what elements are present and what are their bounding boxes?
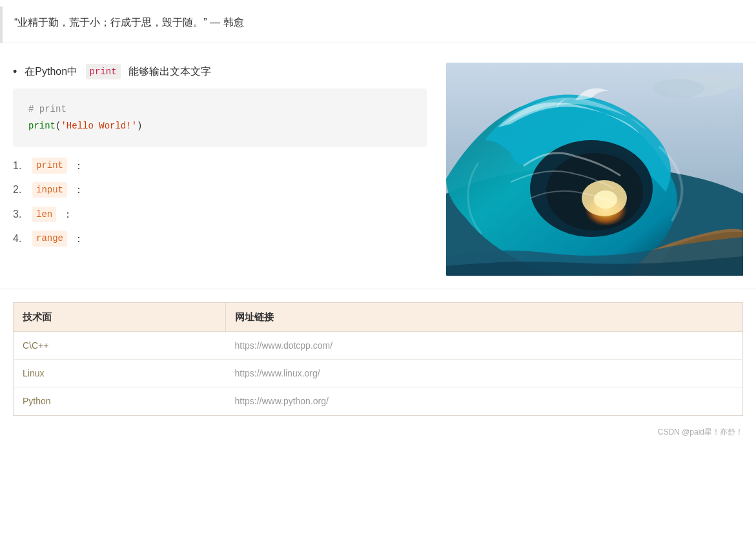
list-colon-1: ： xyxy=(74,158,84,174)
wave-svg xyxy=(446,63,743,276)
list-num-1: 1. xyxy=(13,158,26,174)
page-wrapper: “业精于勤，荒于小；行成于思，毁于随。” — 韩愈 • 在Python中 pri… xyxy=(0,6,756,445)
list-num-2: 2. xyxy=(13,181,26,198)
table-cell-tech-1: C\C++ xyxy=(14,331,226,359)
list-code-range: range xyxy=(32,231,67,246)
code-paren-close: ) xyxy=(137,121,142,131)
table-cell-url-3: https://www.python.org/ xyxy=(225,387,742,415)
numbered-list: 1. print ： 2. input ： 3. len ： 4. range xyxy=(13,158,427,247)
list-item: 2. input ： xyxy=(13,181,427,198)
code-comment: # print xyxy=(28,104,66,114)
table-header-tech: 技术面 xyxy=(14,302,226,331)
list-item: 1. print ： xyxy=(13,158,427,174)
list-colon-4: ： xyxy=(74,231,84,247)
tech-table: 技术面 网址链接 C\C++ https://www.dotcpp.com/ L… xyxy=(13,302,743,416)
bullet-text-post: 能够输出文本文字 xyxy=(126,63,211,80)
table-header-url: 网址链接 xyxy=(225,302,742,331)
watermark-text: CSDN @paid星！亦舒！ xyxy=(658,427,743,437)
wave-image xyxy=(446,63,743,276)
print-inline-badge: print xyxy=(86,64,121,79)
code-string: 'Hello World!' xyxy=(61,121,137,131)
table-cell-url-2: https://www.linux.org/ xyxy=(225,359,742,387)
list-code-print: print xyxy=(32,158,67,173)
list-num-3: 3. xyxy=(13,206,26,223)
svg-point-9 xyxy=(653,79,704,98)
code-line-1: # print xyxy=(28,101,411,118)
watermark: CSDN @paid星！亦舒！ xyxy=(0,422,756,445)
list-colon-3: ： xyxy=(63,206,73,223)
list-item: 3. len ： xyxy=(13,206,427,223)
bullet-dot: • xyxy=(13,63,17,81)
code-keyword-print: print xyxy=(28,121,56,131)
table-cell-tech-3: Python xyxy=(14,387,226,415)
table-row: Linux https://www.linux.org/ xyxy=(14,359,743,387)
list-colon-2: ： xyxy=(74,181,84,198)
left-content: • 在Python中 print 能够输出文本文字 # print print(… xyxy=(13,63,427,276)
quote-text: “业精于勤，荒于小；行成于思，毁于随。” — 韩愈 xyxy=(14,17,244,28)
code-block: # print print('Hello World!') xyxy=(13,88,427,147)
content-area: • 在Python中 print 能够输出文本文字 # print print(… xyxy=(0,50,756,289)
list-code-len: len xyxy=(32,207,56,222)
right-image-container xyxy=(446,63,743,276)
table-header-row: 技术面 网址链接 xyxy=(14,302,743,331)
table-cell-url-1: https://www.dotcpp.com/ xyxy=(225,331,742,359)
quote-section: “业精于勤，荒于小；行成于思，毁于随。” — 韩愈 xyxy=(0,6,756,43)
table-cell-tech-2: Linux xyxy=(14,359,226,387)
code-line-2: print('Hello World!') xyxy=(28,118,411,134)
table-row: Python https://www.python.org/ xyxy=(14,387,743,415)
list-item: 4. range ： xyxy=(13,231,427,247)
bullet-item: • 在Python中 print 能够输出文本文字 xyxy=(13,63,427,81)
list-num-4: 4. xyxy=(13,231,26,247)
bullet-text-pre: 在Python中 xyxy=(25,63,80,80)
list-code-input: input xyxy=(32,182,67,198)
table-section: 技术面 网址链接 C\C++ https://www.dotcpp.com/ L… xyxy=(0,289,756,422)
table-row: C\C++ https://www.dotcpp.com/ xyxy=(14,331,743,359)
